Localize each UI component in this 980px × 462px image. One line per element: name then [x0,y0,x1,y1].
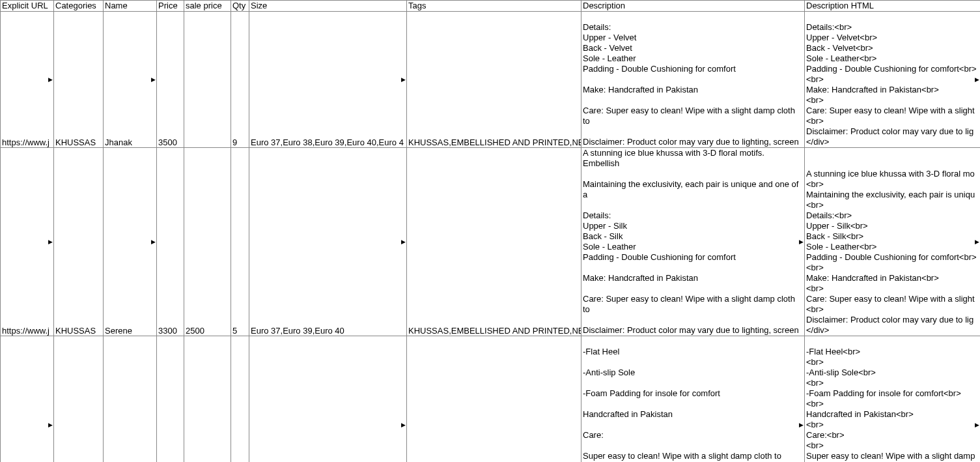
overflow-icon: ▶ [401,422,406,428]
cell-tags[interactable]: SLIDES,NEW ARRIVAL [407,336,581,463]
overflow-icon: ▶ [401,238,406,245]
cell-price[interactable]: 3300 [157,148,184,336]
overflow-icon: ▶ [48,76,53,83]
cell-sale[interactable]: 2500 [184,336,231,463]
overflow-icon: ▶ [151,76,156,83]
cell-desc[interactable]: Details: Upper - Velvet Back - Velvet So… [581,12,805,148]
cell-sale[interactable] [184,12,231,148]
header-desc[interactable]: Description [581,1,805,12]
header-size[interactable]: Size [249,1,407,12]
cell-name[interactable]: Jhanak▶ [104,12,157,148]
cell-url[interactable]: https://www.j▶ [1,148,54,336]
cell-categories[interactable]: KHUSSAS [54,12,104,148]
cell-tags[interactable]: KHUSSAS,EMBELLISHED AND PRINTED,NE [407,12,581,148]
overflow-icon: ▶ [401,76,406,83]
cell-categories[interactable]: SLIDES [54,336,104,463]
cell-price[interactable]: 2800 [157,336,184,463]
header-qty[interactable]: Qty [231,1,249,12]
cell-deschtml[interactable]: Details:<br> Upper - Velvet<br> Back - V… [805,12,981,148]
header-name[interactable]: Name [104,1,157,12]
cell-deschtml[interactable]: A stunning ice blue khussa with 3-D flor… [805,148,981,336]
cell-price[interactable]: 3500 [157,12,184,148]
cell-name[interactable]: Serene▶ [104,148,157,336]
overflow-icon: ▶ [48,422,53,428]
header-tags[interactable]: Tags [407,1,581,12]
cell-url[interactable]: https://www.j▶ [1,336,54,463]
cell-tags[interactable]: KHUSSAS,EMBELLISHED AND PRINTED,NE [407,148,581,336]
cell-name[interactable]: Scrunch It Up [104,336,157,463]
table-row[interactable]: https://www.j▶ KHUSSAS Jhanak▶ 3500 9 Eu… [1,12,981,148]
header-url[interactable]: Explicit URL [1,1,54,12]
cell-desc[interactable]: A stunning ice blue khussa with 3-D flor… [581,148,805,336]
header-sale[interactable]: sale price [184,1,231,12]
overflow-icon: ▶ [151,238,156,245]
table-row[interactable]: https://www.j▶ KHUSSAS Serene▶ 3300 2500… [1,148,981,336]
cell-qty[interactable]: 5 [231,148,249,336]
header-price[interactable]: Price [157,1,184,12]
cell-deschtml[interactable]: -Flat Heel<br> <br> -Anti-slip Sole<br> … [805,336,981,463]
header-row: Explicit URL Categories Name Price sale … [1,1,981,12]
cell-qty[interactable]: 35 [231,336,249,463]
table-row[interactable]: https://www.j▶ SLIDES Scrunch It Up 2800… [1,336,981,463]
cell-size[interactable]: Euro 36,Euro 37,Euro 38,Euro 39,Euro 4▶ [249,336,407,463]
cell-size[interactable]: Euro 37,Euro 38,Euro 39,Euro 40,Euro 4▶ [249,12,407,148]
header-deschtml[interactable]: Description HTML [805,1,981,12]
cell-sale[interactable]: 2500 [184,148,231,336]
cell-desc[interactable]: -Flat Heel -Anti-slip Sole -Foam Padding… [581,336,805,463]
cell-qty[interactable]: 9 [231,12,249,148]
header-categories[interactable]: Categories [54,1,104,12]
cell-url[interactable]: https://www.j▶ [1,12,54,148]
cell-categories[interactable]: KHUSSAS [54,148,104,336]
product-table[interactable]: Explicit URL Categories Name Price sale … [0,0,980,462]
cell-size[interactable]: Euro 37,Euro 39,Euro 40▶ [249,148,407,336]
overflow-icon: ▶ [48,238,53,245]
